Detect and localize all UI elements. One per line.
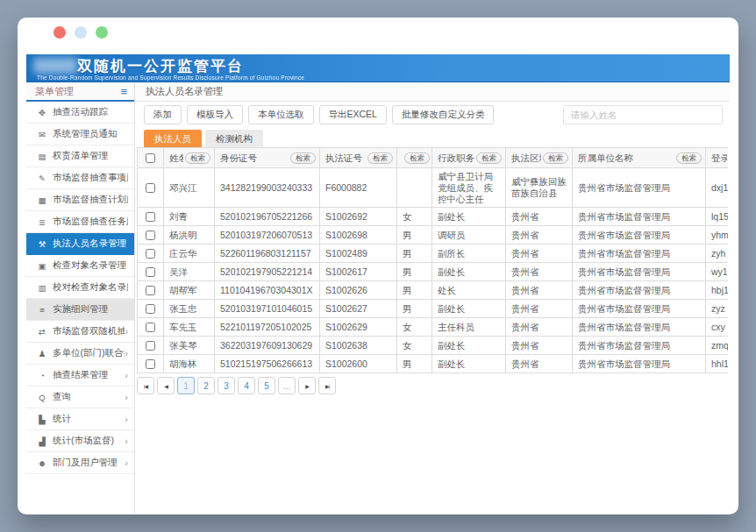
cell-position: 副处长 [432,263,506,281]
sidebar-menu: ✥抽查活动跟踪✉系统管理员通知▤权责清单管理✎市场监督抽查事项库▦市场监督抽查计… [26,102,134,474]
cell-login-name: cxy [706,318,729,337]
sidebar-item-label: 实施细则管理 [53,303,108,316]
column-label-name: 姓名 [169,153,183,164]
sidebar-item-label: 多单位(部门)联合抽查 [53,347,125,359]
column-search-button-name[interactable]: 检索 [185,153,210,164]
cell-license-number: S1002698 [320,226,397,245]
cell-license-number: S1002629 [320,318,397,337]
sidebar-item-inspection-object-registry[interactable]: ▣检查对象名录管理 [26,255,134,277]
cell-login-name: zyz [706,300,729,318]
list-card-icon: ▤ [36,152,48,161]
column-search-button-gender[interactable]: 检索 [404,153,430,164]
app-subtitle: The Double-Random Supervision and Superv… [37,74,304,81]
export-excel-button[interactable]: 导出EXCEL [319,105,387,124]
row-checkbox[interactable] [146,323,155,332]
row-checkbox[interactable] [146,359,155,369]
column-header-gender: 性别检索 [397,148,432,168]
sidebar-item-inspection-task-library[interactable]: ≣市场监督抽查任务库 [26,211,134,233]
pager-page-5[interactable]: 5 [258,377,275,394]
row-checkbox[interactable] [146,212,155,222]
cell-position: 调研员 [432,226,506,245]
row-checkbox[interactable] [146,304,155,314]
sidebar-item-inspection-results[interactable]: ◔抽查结果管理› [26,365,134,387]
chevron-right-icon: › [125,326,128,337]
sidebar-item-duty-list[interactable]: ▤权责清单管理 [26,145,134,167]
cell-login-name: hhl1 [706,355,729,373]
sidebar-item-double-random-inspection[interactable]: ⇄市场监督双随机抽查› [26,321,134,343]
row-checkbox-cell [138,337,164,355]
cell-name: 庄云华 [164,245,215,263]
tab-testing-institutions[interactable]: 检测机构 [205,130,263,147]
cell-region: 贵州省 [506,226,573,245]
maximize-window-button[interactable] [96,26,108,39]
pager-last-button[interactable]: ▶| [318,377,336,394]
column-search-button-region[interactable]: 检索 [543,153,568,164]
card-check-icon: ▥ [36,283,48,293]
cell-name: 胡海林 [164,355,215,373]
tab-enforcement-personnel[interactable]: 执法人员 [144,130,202,147]
row-checkbox[interactable] [146,286,155,295]
row-checkbox[interactable] [146,183,155,193]
pager-page-1[interactable]: 1 [177,377,195,394]
cell-position: 主任科员 [432,318,506,337]
cell-organization: 贵州省市场监督管理局 [573,226,706,245]
sidebar-item-inspection-plan-library[interactable]: ▦市场监督抽查计划库 [26,189,134,211]
sidebar-item-departments-users[interactable]: ☻部门及用户管理› [26,452,134,474]
cell-id-number: 510215197506266613 [215,355,320,373]
toolbar-buttons: 添加模板导入本单位选取导出EXCEL批量修改自定义分类 [144,105,499,120]
sidebar-item-label: 检查对象名录管理 [53,259,126,272]
column-header-region: 执法区域检索 [506,148,573,168]
sidebar-item-proofread-object-library[interactable]: ▥校对检查对象名录库 [26,277,134,299]
column-search-button-license-number[interactable]: 检索 [367,153,393,164]
close-window-button[interactable] [53,26,66,39]
cell-name: 张玉忠 [164,300,215,318]
chevron-right-icon: › [125,458,128,468]
cell-license-number: S1002617 [320,263,397,281]
sidebar-item-joint-inspection[interactable]: ♟多单位(部门)联合抽查› [26,343,134,365]
row-checkbox[interactable] [146,231,155,240]
pager-page-3[interactable]: 3 [218,377,235,394]
minimize-window-button[interactable] [75,26,87,39]
add-button[interactable]: 添加 [144,105,182,124]
cell-id-number: 362203197609130629 [215,337,320,355]
pager-next-button[interactable]: ▶ [298,377,316,394]
cell-id-number: 520103197206070513 [215,226,320,245]
cell-name: 吴洋 [164,263,215,281]
cell-organization: 贵州省市场监督管理局 [573,318,706,337]
list-icon: ≣ [36,217,48,227]
row-checkbox[interactable] [146,249,155,259]
column-label-login-name: 登录名 [711,153,727,164]
menu-toggle-icon[interactable]: ≡ [120,86,127,97]
column-search-button-position[interactable]: 检索 [476,153,502,164]
pager-page-2[interactable]: 2 [197,377,215,394]
column-search-button-id-number[interactable]: 检索 [290,153,316,164]
batch-edit-custom-category-button[interactable]: 批量修改自定义分类 [392,105,495,124]
sidebar-item-implementation-rules[interactable]: ≡实施细则管理 [26,299,134,321]
pager-page-4[interactable]: 4 [238,377,255,394]
sidebar-item-admin-notice[interactable]: ✉系统管理员通知 [26,124,134,145]
select-all-checkbox[interactable] [146,153,155,163]
cell-login-name: yhm [706,226,729,245]
sidebar-item-statistics-market[interactable]: ▟统计(市场监督)› [26,430,134,452]
browser-window: 双随机一公开监管平台 The Double-Random Supervision… [18,18,738,514]
sidebar-item-statistics[interactable]: ▙统计› [26,408,134,430]
cell-position: 处长 [432,281,506,300]
sidebar-item-inspection-item-library[interactable]: ✎市场监督抽查事项库 [26,167,134,189]
select-own-unit-button[interactable]: 本单位选取 [248,105,314,124]
cell-id-number: 520102197905221214 [215,263,320,281]
sidebar-item-query[interactable]: Q查询› [26,387,134,408]
sidebar-item-activity-tracking[interactable]: ✥抽查活动跟踪 [26,102,134,124]
column-label-id-number: 身份证号 [220,153,257,164]
table-header-checkbox-cell [138,148,164,168]
row-checkbox[interactable] [146,267,155,277]
row-checkbox[interactable] [146,341,155,351]
pager-first-button[interactable]: |◀ [137,377,154,394]
column-search-button-organization[interactable]: 检索 [676,153,702,164]
pager-prev-button[interactable]: ◀ [157,377,175,394]
sidebar-item-enforcement-personnel[interactable]: ⚒执法人员名录管理 [26,233,134,255]
chevron-right-icon: › [125,348,128,358]
cell-license-number: F6000882 [320,168,397,208]
chevron-right-icon: › [125,414,128,424]
template-import-button[interactable]: 模板导入 [187,105,243,124]
search-input[interactable] [563,105,723,124]
